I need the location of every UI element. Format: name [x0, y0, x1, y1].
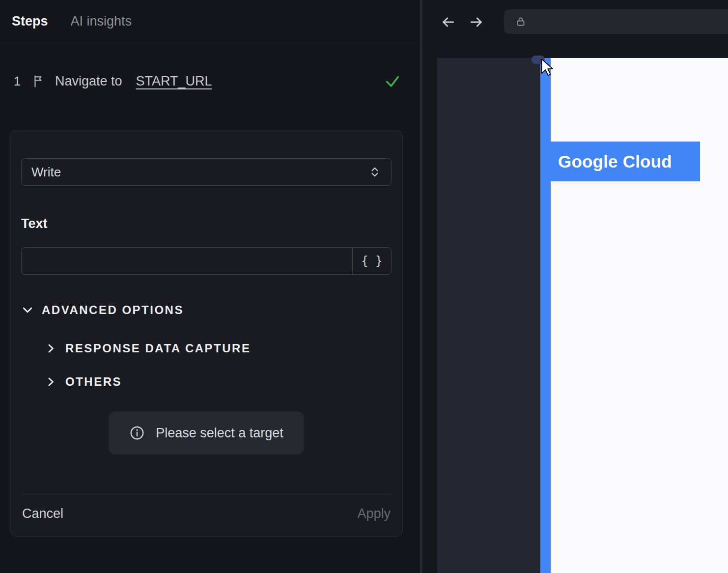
highlighted-element-google-cloud[interactable]: Google Cloud	[542, 142, 700, 181]
apply-button[interactable]: Apply	[357, 506, 391, 521]
tab-steps[interactable]: Steps	[12, 14, 48, 29]
others-toggle[interactable]: OTHERS	[45, 375, 392, 389]
chevron-down-icon	[21, 304, 34, 316]
select-target-hint: Please select a target	[109, 411, 304, 455]
braces-icon: { }	[361, 254, 382, 268]
back-button[interactable]	[440, 14, 456, 30]
chevron-right-icon	[45, 376, 56, 388]
flag-icon	[31, 74, 46, 88]
action-type-value: Write	[31, 165, 61, 180]
text-input[interactable]	[21, 247, 352, 275]
step-label: Navigate to	[55, 74, 122, 89]
left-topbar: Steps AI insights	[0, 0, 420, 43]
browser-viewport: Google Cloud	[437, 58, 728, 573]
steps-panel: Steps AI insights 1 Navigate to START_UR…	[0, 0, 421, 573]
page-background	[540, 58, 728, 573]
step-number: 1	[12, 74, 23, 88]
cancel-button[interactable]: Cancel	[22, 506, 63, 521]
lock-icon	[515, 16, 527, 28]
check-icon	[384, 73, 401, 89]
forward-button[interactable]	[469, 14, 484, 30]
others-label: OTHERS	[65, 375, 122, 389]
chevron-right-icon	[45, 343, 56, 354]
editor-footer: Cancel Apply	[21, 506, 392, 521]
url-bar[interactable]	[504, 9, 728, 34]
response-data-capture-toggle[interactable]: RESPONSE DATA CAPTURE	[45, 342, 392, 355]
insert-variable-button[interactable]: { }	[352, 247, 392, 275]
browser-topbar	[422, 0, 728, 43]
advanced-options-label: ADVANCED OPTIONS	[42, 303, 184, 317]
info-icon	[129, 425, 145, 441]
element-highlight-strip	[540, 58, 551, 573]
tab-ai-insights[interactable]: AI insights	[71, 14, 132, 29]
select-target-hint-text: Please select a target	[156, 426, 283, 441]
step-editor-card: Write Text { } ADVANCED OPTIONS	[10, 130, 403, 537]
step-start-url-link[interactable]: START_URL	[136, 74, 212, 89]
step-item[interactable]: 1 Navigate to START_URL	[12, 70, 401, 92]
text-input-row: { }	[21, 247, 392, 275]
response-data-capture-label: RESPONSE DATA CAPTURE	[65, 342, 251, 355]
advanced-options-toggle[interactable]: ADVANCED OPTIONS	[21, 303, 392, 317]
selection-handle	[532, 56, 545, 64]
chevron-up-down-icon	[368, 166, 381, 178]
footer-divider	[21, 494, 392, 494]
action-type-select[interactable]: Write	[21, 158, 392, 186]
text-field-label: Text	[21, 216, 392, 231]
browser-panel: Google Cloud	[422, 0, 728, 573]
